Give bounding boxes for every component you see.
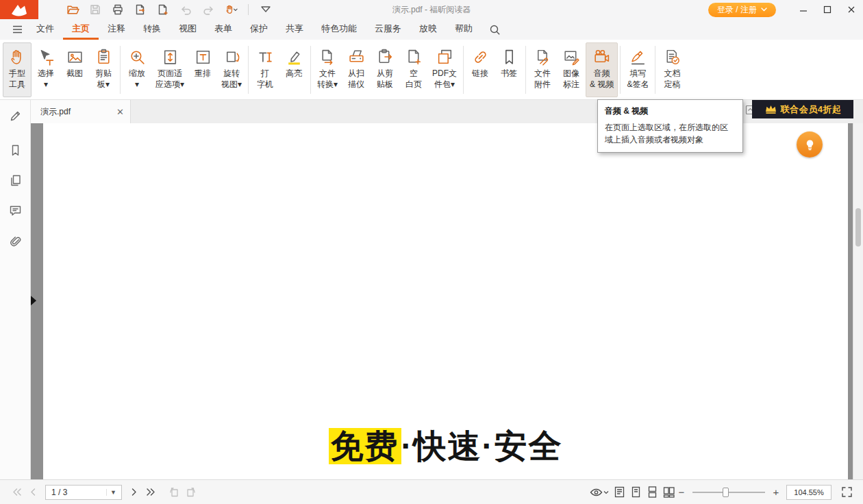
zoom-slider-thumb[interactable] (723, 488, 729, 497)
typewriter-icon (256, 47, 275, 68)
ribbon-tool-file-attachment[interactable]: 文件 附件 (528, 42, 557, 97)
fullscreen-button[interactable] (838, 484, 855, 501)
menu-item-cloud[interactable]: 云服务 (366, 19, 410, 40)
facing-pages-view-button[interactable] (660, 484, 677, 501)
open-file-icon[interactable] (66, 3, 79, 16)
hamburger-menu-icon[interactable] (10, 22, 25, 37)
single-page-view-button[interactable] (627, 484, 644, 501)
ribbon-tool-image-annotation[interactable]: 图像 标注 (557, 42, 586, 97)
tooltip-title: 音频 & 视频 (605, 105, 736, 117)
page-indicator: 1 / 3 (51, 488, 67, 497)
snapshot-icon (66, 47, 84, 68)
document-tab-label: 演示.pdf (40, 106, 71, 118)
menu-item-comment[interactable]: 注释 (99, 19, 134, 40)
rotate-right-button[interactable] (182, 484, 199, 501)
tool-label: PDF文 (432, 68, 457, 79)
tool-label: 转换▾ (317, 79, 338, 90)
undo-icon[interactable] (179, 3, 192, 16)
hand-tool-quick-icon[interactable] (224, 3, 238, 16)
ribbon-tool-blank-page[interactable]: 空 白页 (399, 42, 428, 97)
rotate-view-icon (223, 47, 241, 68)
ribbon-tool-file-convert[interactable]: 文件 转换▾ (313, 42, 342, 97)
tool-label: 视图▾ (221, 79, 242, 90)
close-button[interactable] (839, 0, 863, 19)
rotate-left-button[interactable] (166, 484, 182, 501)
ribbon-tool-highlight[interactable]: 高亮 (279, 42, 308, 97)
ribbon-tool-rotate-view[interactable]: 旋转 视图▾ (217, 42, 246, 97)
ribbon-tool-audio-video[interactable]: 音频 & 视频 (586, 42, 618, 97)
ribbon-tool-pdf-portfolio[interactable]: PDF文 件包▾ (428, 42, 461, 97)
continuous-view-button[interactable] (644, 484, 660, 501)
ribbon-tool-from-clipboard[interactable]: 从剪 贴板 (371, 42, 399, 97)
ribbon-tool-select[interactable]: 选择 ▾ (32, 42, 60, 97)
menu-item-convert[interactable]: 转换 (134, 19, 170, 40)
navigation-sidebar (0, 100, 31, 479)
ribbon-tool-hand-tool[interactable]: 手型 工具 (3, 42, 32, 97)
tool-label: 旋转 (223, 68, 240, 79)
bookmarks-panel-icon[interactable] (5, 140, 25, 160)
menu-item-present[interactable]: 放映 (410, 19, 446, 40)
tool-label: 截图 (66, 68, 83, 79)
search-icon[interactable] (486, 21, 503, 38)
ribbon-tool-snapshot[interactable]: 截图 (60, 42, 89, 97)
ribbon-tool-from-scanner[interactable]: 从扫 描仪 (342, 42, 371, 97)
audio-video-tooltip: 音频 & 视频 在页面上选取区域，在所选取的区域上插入音频或者视频对象 (597, 99, 743, 153)
pages-panel-icon[interactable] (5, 171, 25, 190)
menu-item-form[interactable]: 表单 (205, 19, 241, 40)
panel-expand-handle[interactable] (31, 296, 36, 305)
menu-item-file[interactable]: 文件 (27, 19, 63, 40)
zoom-out-button[interactable]: − (677, 486, 686, 498)
print-icon[interactable] (111, 3, 125, 16)
ribbon-tool-reflow[interactable]: 重排 (188, 42, 217, 97)
ribbon-tool-clipboard[interactable]: 剪贴 板▾ (89, 42, 118, 97)
scrollbar-thumb[interactable] (855, 208, 861, 247)
redo-icon[interactable] (201, 3, 215, 16)
minimize-button[interactable] (791, 0, 815, 19)
zoom-slider[interactable] (692, 492, 765, 493)
menu-item-protect[interactable]: 保护 (241, 19, 277, 40)
comments-panel-icon[interactable] (5, 201, 25, 220)
tool-label: 板▾ (97, 79, 110, 90)
tab-close-icon[interactable]: ✕ (116, 108, 124, 116)
new-document-icon[interactable] (156, 3, 170, 16)
reading-mode-button[interactable] (611, 484, 627, 501)
video-camera-icon (592, 47, 611, 68)
clipboard-icon (95, 47, 113, 68)
visibility-options-button[interactable] (588, 484, 611, 501)
tool-label: 文档 (664, 68, 680, 79)
first-page-button[interactable] (8, 484, 25, 501)
last-page-button[interactable] (142, 484, 159, 501)
login-register-button[interactable]: 登录 / 注册 (708, 3, 776, 17)
zoom-level-input[interactable]: 104.55% (786, 485, 831, 500)
document-tab[interactable]: 演示.pdf ✕ (31, 100, 131, 123)
ribbon-tool-doc-finalize[interactable]: 文档 定稿 (658, 42, 686, 97)
menu-item-help[interactable]: 帮助 (446, 19, 481, 40)
ribbon-tool-zoom[interactable]: 缩放 ▾ (123, 42, 151, 97)
attachments-panel-icon[interactable] (5, 231, 25, 250)
magnifier-icon (128, 47, 147, 68)
ribbon-tool-page-fit-options[interactable]: 页面适 应选项▾ (151, 42, 188, 97)
maximize-button[interactable] (815, 0, 839, 19)
page-number-dropdown[interactable]: 1 / 3 ▼ (45, 485, 122, 500)
next-page-button[interactable] (126, 484, 142, 501)
tooltip-body: 在页面上选取区域，在所选取的区域上插入音频或者视频对象 (605, 121, 736, 146)
ribbon-tool-bookmark[interactable]: 书签 (495, 42, 523, 97)
save-icon[interactable] (88, 3, 102, 16)
annotation-pencil-icon[interactable] (5, 106, 25, 125)
menu-item-features[interactable]: 特色功能 (312, 19, 366, 40)
menu-item-share[interactable]: 共享 (277, 19, 312, 40)
ribbon-tool-link[interactable]: 链接 (466, 42, 495, 97)
menu-item-home[interactable]: 主页 (63, 19, 99, 40)
ribbon-tool-typewriter[interactable]: 打 字机 (251, 42, 279, 97)
tool-label: 工具 (9, 79, 25, 90)
customize-toolbar-icon[interactable] (259, 3, 273, 16)
previous-page-button[interactable] (25, 484, 41, 501)
tool-label: 字机 (257, 79, 273, 90)
export-document-icon[interactable] (134, 3, 147, 16)
ribbon-tool-fill-sign[interactable]: 填写 &签名 (623, 42, 653, 97)
vertical-scrollbar[interactable] (853, 84, 863, 479)
membership-promo-banner[interactable]: 联合会员4折起 (752, 100, 853, 118)
zoom-in-button[interactable]: + (771, 486, 781, 498)
assistant-lightbulb-button[interactable] (797, 131, 823, 158)
menu-item-view[interactable]: 视图 (170, 19, 205, 40)
